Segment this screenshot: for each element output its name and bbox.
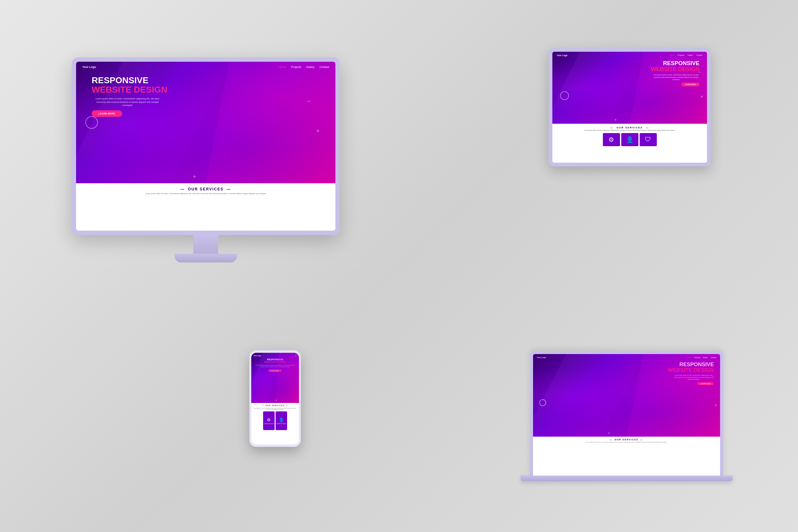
- tablet-nav-home[interactable]: Home: [669, 54, 674, 56]
- tablet-nav: Your Logo Home Projects Galery Contact: [557, 54, 703, 58]
- tablet-learn-more-button[interactable]: LEARN MORE: [681, 82, 700, 86]
- tablet-service-cards: ⚙ 👤 🛡: [603, 133, 657, 146]
- laptop-logo: Your Logo: [537, 357, 546, 358]
- laptop-nav-contact[interactable]: Contact: [710, 357, 716, 358]
- laptop-nav-gallery[interactable]: Galery: [703, 357, 708, 358]
- monitor-stand-neck: [193, 235, 218, 254]
- laptop-x: ✕: [715, 404, 717, 407]
- phone-gear-icon: ⚙: [267, 417, 271, 422]
- laptop-hero: Your Logo Home Projects Galery Contact R…: [533, 354, 720, 437]
- monitor-nav-projects[interactable]: Projects: [291, 65, 301, 69]
- tablet-circle: [560, 91, 569, 100]
- tablet-screen: Your Logo Home Projects Galery Contact R…: [552, 52, 707, 163]
- monitor-nav-contact[interactable]: Contact: [320, 65, 329, 69]
- tablet-nav-projects[interactable]: Projects: [678, 54, 685, 56]
- tablet-title-white: RESPONSIVE: [663, 60, 700, 67]
- tablet-device: Your Logo Home Projects Galery Contact R…: [549, 48, 711, 167]
- phone-device: Your Logo ≡ RESPONSIVE WEBSITE DESIGN Lo…: [249, 350, 301, 447]
- tablet-shield-icon: 🛡: [645, 136, 651, 143]
- tablet-hero: Your Logo Home Projects Galery Contact R…: [552, 52, 707, 124]
- phone-screen: Your Logo ≡ RESPONSIVE WEBSITE DESIGN Lo…: [251, 353, 299, 444]
- monitor-nav-gallery[interactable]: Galery: [306, 65, 315, 69]
- monitor-hero-desc: Lorem ipsum dolor sit amet, consectetuer…: [92, 97, 163, 107]
- tablet-nav-contact[interactable]: Contact: [696, 54, 703, 56]
- phone-services: OUR SERVICES Lorem ipsum dolor sit amet,…: [251, 403, 299, 444]
- phone-service-cards: ⚙ LOREM IPSUM DOLOR 👤 LOREM IPSUM DOLOR: [263, 412, 287, 430]
- tablet-service-card-3: 🛡: [640, 133, 657, 146]
- tablet-services: OUR SERVICES Lorem ipsum dolor sit amet,…: [552, 124, 707, 163]
- scene: Your Logo Home Projects Galery Contact R…: [56, 33, 742, 500]
- tablet-services-desc: Lorem ipsum dolor sit amet, consectetuer…: [584, 130, 675, 131]
- monitor-nav-home[interactable]: Home: [279, 65, 286, 69]
- monitor-title-pink: WEBSITE DESIGN: [92, 85, 167, 95]
- monitor-stand-base: [174, 254, 237, 262]
- tablet-user-icon: 👤: [626, 136, 634, 144]
- monitor-nav-links: Home Projects Galery Contact: [279, 65, 329, 69]
- phone-frame: Your Logo ≡ RESPONSIVE WEBSITE DESIGN Lo…: [249, 350, 301, 447]
- monitor-hero-content: RESPONSIVE WEBSITE DESIGN Lorem ipsum do…: [82, 71, 329, 117]
- laptop-nav-projects[interactable]: Projects: [694, 357, 700, 358]
- phone-service-card-1: ⚙ LOREM IPSUM DOLOR: [263, 412, 274, 430]
- monitor-logo: Your Logo: [82, 65, 96, 69]
- monitor-services-title: OUR SERVICES: [180, 187, 231, 191]
- phone-card-label-2: LOREM IPSUM DOLOR: [276, 423, 287, 424]
- tablet-logo: Your Logo: [557, 54, 567, 56]
- monitor-screen: Your Logo Home Projects Galery Contact R…: [76, 62, 336, 231]
- tablet-gear-icon: ⚙: [608, 136, 614, 144]
- monitor-x: ✕: [316, 128, 320, 133]
- laptop-frame: Your Logo Home Projects Galery Contact R…: [530, 351, 723, 476]
- laptop-nav: Your Logo Home Projects Galery Contact: [537, 357, 716, 360]
- laptop-minus: −: [712, 375, 715, 379]
- tablet-services-title: OUR SERVICES: [610, 126, 649, 129]
- monitor-title-white: RESPONSIVE: [92, 76, 148, 86]
- tablet-nav-links: Home Projects Galery Contact: [669, 54, 703, 56]
- tablet-x: ✕: [700, 95, 703, 99]
- laptop-screen: Your Logo Home Projects Galery Contact R…: [533, 354, 720, 476]
- monitor-learn-more-button[interactable]: LEARN MORE: [92, 110, 122, 117]
- monitor-services-desc: Lorem ipsum dolor sit amet, consectetuer…: [145, 193, 267, 194]
- laptop-nav-home[interactable]: Home: [687, 357, 692, 358]
- monitor-circle: [86, 116, 98, 129]
- monitor-frame: Your Logo Home Projects Galery Contact R…: [72, 57, 340, 235]
- tablet-nav-gallery[interactable]: Galery: [688, 54, 693, 56]
- tablet-service-card-2: 👤: [621, 133, 639, 146]
- phone-hero: Your Logo ≡ RESPONSIVE WEBSITE DESIGN Lo…: [251, 353, 299, 403]
- tablet-hero-content: RESPONSIVE WEBSITE DESIGN Lorem ipsum do…: [557, 58, 703, 86]
- laptop-services: OUR SERVICES Lorem ipsum dolor sit amet,…: [533, 437, 720, 476]
- laptop-services-title: OUR SERVICES: [610, 438, 643, 441]
- laptop-plus: +: [608, 431, 610, 435]
- monitor-nav: Your Logo Home Projects Galery Contact: [82, 65, 329, 71]
- tablet-title-pink: WEBSITE DESIGN: [651, 66, 700, 73]
- monitor-services: OUR SERVICES Lorem ipsum dolor sit amet,…: [76, 183, 336, 231]
- phone-services-title: OUR SERVICES: [262, 404, 288, 406]
- phone-card-label-1: LOREM IPSUM DOLOR: [263, 423, 274, 424]
- phone-user-icon: 👤: [279, 417, 284, 422]
- tablet-plus: +: [614, 117, 616, 122]
- laptop-device: Your Logo Home Projects Galery Contact R…: [530, 351, 733, 481]
- laptop-services-desc: Lorem ipsum dolor sit amet, consectetuer…: [586, 441, 667, 443]
- phone-services-desc: Lorem ipsum dolor sit amet, consectetuer…: [253, 407, 297, 410]
- laptop-base: [520, 476, 733, 481]
- phone-service-card-2: 👤 LOREM IPSUM DOLOR: [276, 412, 287, 430]
- monitor-plus: +: [193, 174, 196, 180]
- laptop-nav-links: Home Projects Galery Contact: [687, 357, 716, 358]
- monitor-hero: Your Logo Home Projects Galery Contact R…: [76, 62, 336, 183]
- tablet-hero-desc: Lorem ipsum dolor sit amet, consectetuer…: [653, 74, 700, 81]
- phone-plus: +: [275, 399, 277, 402]
- monitor-device: Your Logo Home Projects Galery Contact R…: [72, 57, 340, 262]
- tablet-service-card-1: ⚙: [603, 133, 620, 146]
- tablet-frame: Your Logo Home Projects Galery Contact R…: [549, 48, 711, 167]
